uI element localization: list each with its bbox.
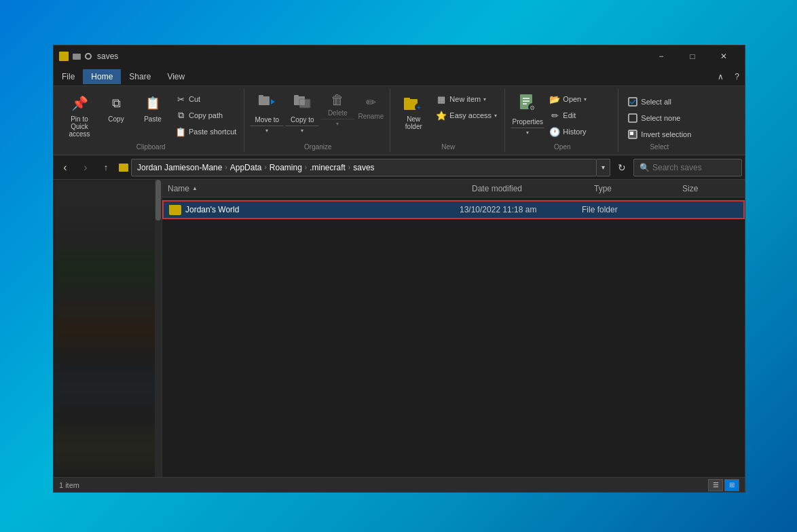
file-name-cell: Jordan's World [169,205,460,215]
forward-button[interactable]: › [77,159,94,176]
title-small-icon [73,54,81,60]
address-path[interactable]: Jordan Jamieson-Mane › AppData › Roaming… [131,159,597,176]
rename-button[interactable]: ✏ Rename [356,89,386,142]
organize-label: Organize [250,142,386,152]
back-button[interactable]: ‹ [56,159,74,176]
pin-icon: 📌 [69,92,90,114]
svg-text:+: + [417,104,421,111]
copy-button[interactable]: ⧉ Copy [98,89,134,130]
ribbon-group-organize: Move to ▾ Copy to ▾ 🗑 [246,89,390,152]
new-item-button[interactable]: ▦ New item ▾ [432,92,500,107]
path-segment-2[interactable]: Roaming [270,163,302,172]
open-arrow: ▾ [584,96,587,102]
new-folder-button[interactable]: + New folder [396,89,431,134]
address-chevron[interactable]: ▾ [597,159,610,176]
copy-to-dropdown[interactable]: ▾ [285,126,319,136]
refresh-button[interactable]: ↻ [613,159,631,176]
menu-home[interactable]: Home [83,69,121,84]
col-header-name[interactable]: Name ▲ [162,180,466,197]
paste-icon: 📋 [142,92,164,114]
search-input[interactable] [652,163,736,172]
move-to-dropdown[interactable]: ▾ [250,126,284,136]
copy-to-button[interactable]: Copy to [285,89,319,126]
col-header-type[interactable]: Type [589,180,677,197]
easy-access-arrow: ▾ [494,113,497,119]
file-date-cell: 13/10/2022 11:18 am [460,205,582,214]
sidebar-content-blurred [54,180,162,477]
explorer-window: saves − □ ✕ File Home Share View ∧ ? 📌 P… [53,45,745,493]
close-button[interactable]: ✕ [708,45,739,67]
history-button[interactable]: 🕐 History [546,124,614,139]
menu-bar: File Home Share View ∧ ? [54,67,745,86]
pin-to-quick-access-button[interactable]: 📌 Pin to Quick access [62,89,97,141]
easy-access-button[interactable]: ⭐ Easy access ▾ [432,108,500,123]
delete-dropdown[interactable]: ▾ [320,119,354,129]
paste-shortcut-button[interactable]: 📋 Paste shortcut [172,124,240,139]
scrollbar-thumb[interactable] [155,180,161,221]
column-headers: Name ▲ Date modified Type Size [162,180,745,197]
move-to-button[interactable]: Move to [250,89,284,126]
help-btn[interactable]: ? [729,72,745,81]
folder-icon [169,205,181,215]
ribbon-group-open: ⚙ Properties ▾ 📂 Open ▾ ✏ E [506,89,618,152]
path-segment-0[interactable]: Jordan Jamieson-Mane [137,163,222,172]
table-row[interactable]: Jordan's World 13/10/2022 11:18 am File … [162,200,745,219]
clipboard-small-group: ✂ Cut ⧉ Copy path 📋 Paste shortcut [172,92,240,139]
properties-dropdown[interactable]: ▾ [511,128,544,138]
select-label: Select [624,142,694,152]
path-segment-1[interactable]: AppData [230,163,262,172]
svg-rect-0 [259,96,270,105]
ribbon-group-clipboard: 📌 Pin to Quick access ⧉ Copy 📋 Paste ✂ [58,89,244,152]
new-label: New [396,142,500,152]
view-icons: ☰ ⊞ [708,479,739,491]
menu-view[interactable]: View [159,69,193,84]
svg-rect-1 [259,95,263,97]
svg-rect-4 [299,99,310,108]
svg-text:⚙: ⚙ [530,104,535,111]
paste-button[interactable]: 📋 Paste [135,89,170,130]
title-folder-icon [59,52,69,61]
properties-button[interactable]: ⚙ Properties [511,89,544,128]
delete-button[interactable]: 🗑 Delete [320,89,354,119]
copy-to-split: Copy to ▾ [285,89,319,142]
search-icon: 🔍 [640,163,650,172]
open-label: Open [511,142,614,152]
menu-share[interactable]: Share [121,69,159,84]
path-folder-icon [119,164,128,172]
edit-button[interactable]: ✏ Edit [546,108,614,123]
col-header-date[interactable]: Date modified [466,180,589,197]
file-list: Jordan's World 13/10/2022 11:18 am File … [162,197,745,477]
menu-file[interactable]: File [54,69,83,84]
ribbon-collapse-btn[interactable]: ∧ [712,72,729,81]
new-item-icon: ▦ [436,94,447,104]
svg-rect-18 [629,114,637,122]
title-bar-icons [59,52,92,61]
scrollbar-track[interactable] [155,180,162,477]
list-view-icon[interactable]: ⊞ [724,479,739,491]
maximize-button[interactable]: □ [677,45,708,67]
svg-rect-15 [629,98,637,106]
cut-button[interactable]: ✂ Cut [172,92,240,107]
select-none-button[interactable]: Select none [624,111,694,126]
easy-access-icon: ⭐ [436,110,447,121]
path-segment-3[interactable]: .minecraft [310,163,346,172]
col-header-size[interactable]: Size [677,180,745,197]
paste-shortcut-icon: 📋 [175,126,186,137]
delete-split: 🗑 Delete ▾ [320,89,354,142]
open-button[interactable]: 📂 Open ▾ [546,92,614,107]
ribbon-group-select: Select all Select none Invert selection [620,89,699,152]
details-view-icon[interactable]: ☰ [708,479,723,491]
up-button[interactable]: ↑ [97,159,115,176]
clipboard-label: Clipboard [62,142,240,152]
select-all-button[interactable]: Select all [624,94,694,109]
minimize-button[interactable]: − [646,45,677,67]
address-path-wrapper: Jordan Jamieson-Mane › AppData › Roaming… [117,159,610,176]
address-bar: ‹ › ↑ Jordan Jamieson-Mane › AppData › R… [54,155,745,180]
invert-selection-button[interactable]: Invert selection [624,127,694,142]
sidebar [54,180,162,477]
move-to-icon [257,92,276,115]
svg-rect-20 [630,132,633,135]
ribbon-open-content: ⚙ Properties ▾ 📂 Open ▾ ✏ E [511,89,614,142]
open-small-group: 📂 Open ▾ ✏ Edit 🕐 History [546,92,614,139]
copy-path-button[interactable]: ⧉ Copy path [172,108,240,123]
